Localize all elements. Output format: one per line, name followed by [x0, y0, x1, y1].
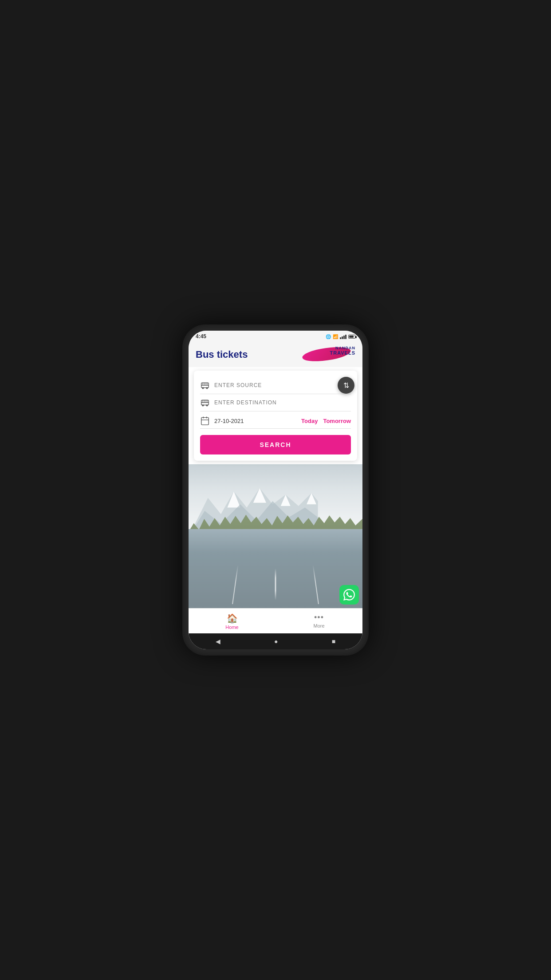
fog-overlay — [189, 464, 362, 608]
bottom-nav: 🏠 Home ••• More — [189, 608, 362, 633]
bus-icon-destination — [200, 398, 210, 407]
svg-rect-14 — [201, 418, 209, 425]
home-button[interactable]: ● — [274, 638, 278, 645]
svg-point-9 — [202, 405, 204, 406]
status-icons: 🌐 📶 — [326, 334, 355, 339]
status-time: 4:45 — [196, 333, 206, 340]
home-icon: 🏠 — [227, 613, 238, 624]
whatsapp-button[interactable] — [339, 585, 359, 605]
svg-point-10 — [206, 405, 208, 406]
source-input[interactable] — [214, 382, 351, 388]
date-value[interactable]: 27-10-2021 — [214, 418, 296, 424]
recent-button[interactable]: ■ — [332, 638, 335, 645]
search-button[interactable]: SEARCH — [200, 435, 351, 454]
svg-point-3 — [206, 387, 208, 389]
logo-text: NANDAN TRAVELS — [330, 346, 355, 356]
globe-icon: 🌐 — [326, 334, 331, 339]
phone-screen: 4:45 🌐 📶 Bus tickets — [189, 331, 362, 649]
destination-input[interactable] — [214, 399, 351, 406]
brand-logo: NANDAN TRAVELS — [302, 346, 355, 364]
logo-travels: TRAVELS — [330, 350, 355, 356]
swap-button[interactable]: ⇅ — [338, 377, 354, 394]
back-button[interactable]: ◀ — [216, 638, 220, 645]
battery-icon — [348, 335, 355, 339]
date-row: 27-10-2021 Today Tomorrow — [200, 411, 351, 429]
logo-nandan: NANDAN — [330, 346, 355, 350]
background-scene — [189, 464, 362, 608]
more-label: More — [313, 623, 324, 628]
today-button[interactable]: Today — [301, 418, 318, 424]
android-nav: ◀ ● ■ — [189, 633, 362, 649]
sim-icon: 📶 — [333, 334, 338, 339]
svg-point-2 — [202, 387, 204, 389]
search-card: ⇅ — [194, 371, 357, 461]
destination-row — [200, 394, 351, 411]
nav-item-home[interactable]: 🏠 Home — [189, 609, 276, 633]
calendar-icon — [200, 416, 210, 426]
more-icon: ••• — [314, 613, 324, 622]
phone-shell: 4:45 🌐 📶 Bus tickets — [182, 324, 369, 656]
status-bar: 4:45 🌐 📶 — [189, 331, 362, 341]
tomorrow-button[interactable]: Tomorrow — [323, 418, 351, 424]
source-row: ⇅ — [200, 377, 351, 394]
swap-icon: ⇅ — [343, 381, 349, 390]
app-header: Bus tickets NANDAN TRAVELS — [189, 341, 362, 367]
whatsapp-icon — [343, 589, 355, 601]
signal-bars — [340, 334, 346, 339]
page-title: Bus tickets — [196, 349, 248, 360]
home-label: Home — [225, 624, 238, 630]
logo-shape: NANDAN TRAVELS — [302, 346, 355, 364]
scene-inner — [189, 464, 362, 608]
nav-item-more[interactable]: ••• More — [276, 609, 362, 633]
bus-icon-source — [200, 380, 210, 390]
